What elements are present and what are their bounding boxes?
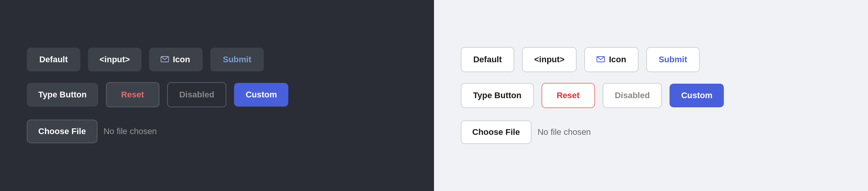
light-custom-button[interactable]: Custom (670, 84, 724, 107)
light-disabled-button[interactable]: Disabled (603, 83, 662, 108)
light-default-button[interactable]: Default (461, 47, 514, 72)
dark-type-button-button[interactable]: Type Button (27, 83, 98, 107)
dark-icon-button[interactable]: Icon (149, 48, 203, 71)
light-row-1: Default <input> Icon Submit (461, 47, 700, 72)
light-panel: Default <input> Icon Submit Type Button … (434, 0, 868, 191)
light-input-button[interactable]: <input> (522, 47, 577, 72)
dark-input-button[interactable]: <input> (88, 48, 141, 71)
light-choose-file-button[interactable]: Choose File (461, 120, 532, 144)
dark-file-row: Choose File No file chosen (27, 120, 157, 143)
dark-panel: Default <input> Icon Submit Type Button … (0, 0, 434, 191)
light-submit-button[interactable]: Submit (646, 47, 700, 72)
dark-default-button[interactable]: Default (27, 48, 80, 71)
dark-reset-button[interactable]: Reset (106, 82, 159, 107)
light-icon-button[interactable]: Icon (584, 47, 638, 72)
light-row-2: Type Button Reset Disabled Custom (461, 83, 724, 108)
dark-row-2: Type Button Reset Disabled Custom (27, 82, 288, 107)
dark-no-file-label: No file chosen (104, 126, 157, 136)
envelope-icon (161, 55, 169, 65)
light-file-row: Choose File No file chosen (461, 120, 591, 144)
light-type-button-button[interactable]: Type Button (461, 83, 534, 108)
dark-custom-button[interactable]: Custom (234, 83, 288, 107)
dark-disabled-button[interactable]: Disabled (167, 82, 227, 107)
light-icon-label: Icon (609, 55, 626, 65)
dark-submit-button[interactable]: Submit (210, 48, 264, 71)
dark-row-1: Default <input> Icon Submit (27, 48, 264, 71)
dark-icon-label: Icon (173, 55, 190, 65)
light-no-file-label: No file chosen (538, 127, 591, 137)
dark-choose-file-button[interactable]: Choose File (27, 120, 98, 143)
envelope-icon (597, 55, 605, 65)
light-reset-button[interactable]: Reset (541, 83, 595, 108)
